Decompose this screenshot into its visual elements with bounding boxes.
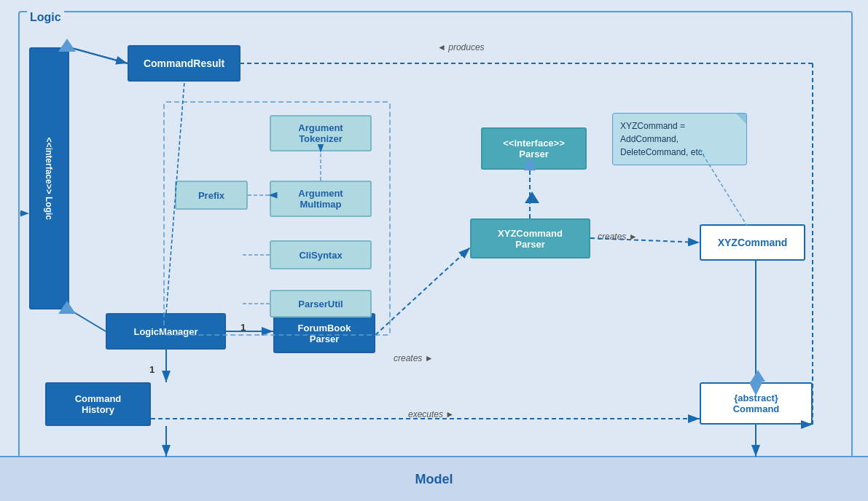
model-box: Model	[0, 456, 868, 501]
command-history-node: CommandHistory	[45, 382, 151, 426]
logic-label: Logic	[27, 11, 64, 24]
diagram-container: Logic Model <<interface>> Logic CommandR…	[0, 0, 868, 501]
executes-label: executes ►	[408, 409, 454, 419]
uml-triangle-bottom	[58, 301, 76, 314]
creates-parser-label: creates ►	[394, 353, 434, 363]
prefix-node: Prefix	[175, 181, 248, 210]
forum-book-parser-node: ForumBookParser	[273, 313, 375, 353]
xyz-command-parser-node: XYZCommandParser	[470, 218, 590, 259]
argument-tokenizer-node: ArgumentTokenizer	[270, 115, 372, 151]
uml-triangle-parser	[525, 192, 539, 203]
argument-multimap-node: ArgumentMultimap	[270, 181, 372, 217]
produces-label: ◄ produces	[437, 42, 485, 52]
cli-syntax-node: CliSyntax	[270, 240, 372, 269]
model-label: Model	[415, 472, 453, 487]
multiplicity-1-bottom: 1	[149, 364, 155, 375]
xyz-command-node: XYZCommand	[700, 224, 805, 261]
parser-interface-node: <<interface>>Parser	[481, 127, 587, 170]
note-box: XYZCommand = AddCommand, DeleteCommand, …	[612, 113, 747, 165]
multiplicity-1-left: 1	[241, 322, 246, 333]
creates-command-label: creates ►	[598, 232, 638, 242]
command-result-node: CommandResult	[128, 45, 241, 82]
uml-triangle-top	[58, 39, 76, 52]
abstract-command-node: {abstract}Command	[700, 382, 813, 425]
interface-logic-node: <<interface>> Logic	[29, 47, 69, 309]
uml-triangle-command	[751, 370, 765, 382]
parser-util-node: ParserUtil	[270, 290, 372, 317]
logic-manager-node: LogicManager	[106, 313, 226, 350]
